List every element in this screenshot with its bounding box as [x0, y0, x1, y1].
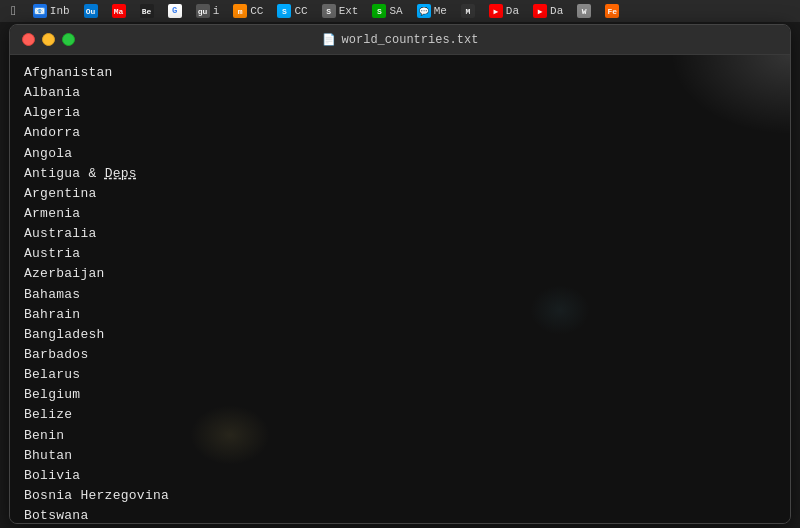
- list-item: Bahrain: [24, 305, 790, 325]
- menu-apple[interactable]: : [6, 4, 24, 19]
- window-title: 📄 world_countries.txt: [322, 33, 479, 47]
- list-item: Botswana: [24, 506, 790, 523]
- menu-da1[interactable]: ▶Da: [484, 4, 524, 18]
- menu-cc1[interactable]: mCC: [228, 4, 268, 18]
- menu-fe[interactable]: Fe: [600, 4, 624, 18]
- minimize-button[interactable]: [42, 33, 55, 46]
- list-item: Angola: [24, 144, 790, 164]
- menu-google[interactable]: G: [163, 4, 187, 18]
- deps-underline: Deps: [105, 166, 137, 181]
- traffic-lights[interactable]: [22, 33, 75, 46]
- list-item: Belgium: [24, 385, 790, 405]
- list-item: Bosnia Herzegovina: [24, 486, 790, 506]
- menu-outlook[interactable]: Ou: [79, 4, 103, 18]
- list-item: Azerbaijan: [24, 264, 790, 284]
- menu-cc2[interactable]: SCC: [272, 4, 312, 18]
- list-item: Argentina: [24, 184, 790, 204]
- menu-me1[interactable]: 💬Me: [412, 4, 452, 18]
- list-item: Antigua & Deps: [24, 164, 790, 184]
- menu-ma[interactable]: Ma: [107, 4, 131, 18]
- list-item: Afghanistan: [24, 63, 790, 83]
- list-item: Australia: [24, 224, 790, 244]
- menu-w[interactable]: W: [572, 4, 596, 18]
- list-item: Algeria: [24, 103, 790, 123]
- list-item: Austria: [24, 244, 790, 264]
- list-item: Belarus: [24, 365, 790, 385]
- maximize-button[interactable]: [62, 33, 75, 46]
- list-item: Andorra: [24, 123, 790, 143]
- title-bar: 📄 world_countries.txt: [10, 25, 790, 55]
- main-window: 📄 world_countries.txt AfghanistanAlbania…: [9, 24, 791, 524]
- list-item: Armenia: [24, 204, 790, 224]
- menu-inbox[interactable]: 📧Inb: [28, 4, 75, 18]
- menu-da2[interactable]: ▶Da: [528, 4, 568, 18]
- country-list: AfghanistanAlbaniaAlgeriaAndorraAngolaAn…: [24, 63, 790, 523]
- list-item: Bhutan: [24, 446, 790, 466]
- menu-ext[interactable]: SExt: [317, 4, 364, 18]
- menu-bar:  📧Inb Ou Ma Be G gui mCC SCC SExt SSA 💬…: [0, 0, 800, 22]
- menu-sa[interactable]: SSA: [367, 4, 407, 18]
- list-item: Bangladesh: [24, 325, 790, 345]
- list-item: Belize: [24, 405, 790, 425]
- close-button[interactable]: [22, 33, 35, 46]
- menu-be[interactable]: Be: [135, 4, 159, 18]
- list-item: Bahamas: [24, 285, 790, 305]
- list-item: Bolivia: [24, 466, 790, 486]
- menu-m[interactable]: M: [456, 4, 480, 18]
- list-item: Benin: [24, 426, 790, 446]
- file-icon: 📄: [322, 33, 336, 46]
- file-content[interactable]: AfghanistanAlbaniaAlgeriaAndorraAngolaAn…: [10, 55, 790, 523]
- list-item: Albania: [24, 83, 790, 103]
- menu-gui[interactable]: gui: [191, 4, 225, 18]
- list-item: Barbados: [24, 345, 790, 365]
